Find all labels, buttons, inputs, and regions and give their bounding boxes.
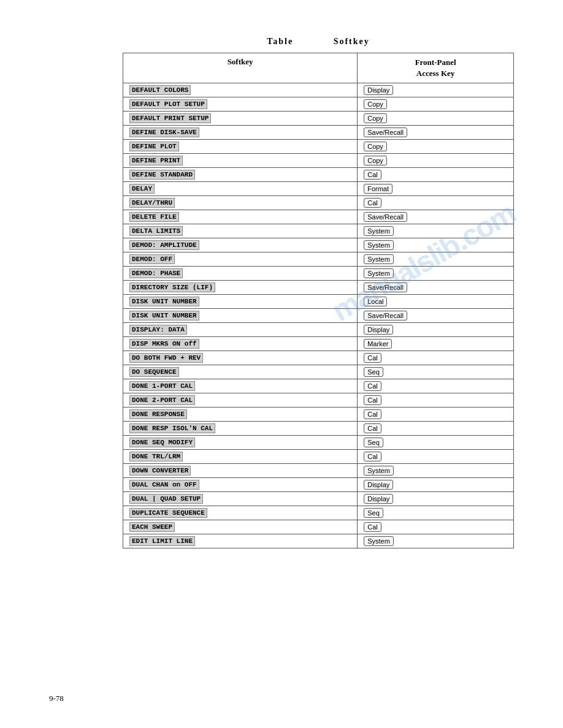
access-key-cell: Copy [358,112,514,126]
softkey-label: DONE TRL/LRM [129,452,183,461]
access-key-cell: Display [358,492,514,506]
table-row: DISP MKRS ON offMarker [123,337,514,351]
softkey-cell: DONE RESPONSE [123,408,358,422]
softkey-label: DONE RESPONSE [129,409,187,419]
softkey-cell: DUAL | QUAD SETUP [123,492,358,506]
softkey-cell: DISK UNIT NUMBER [123,295,358,309]
key-button: Save/Recall [364,127,407,137]
access-key-cell: System [358,238,514,252]
softkey-label: DELTA LIMITS [129,226,183,236]
softkey-cell: DEFINE DISK-SAVE [123,126,358,140]
access-key-cell: Cal [358,422,514,436]
softkey-cell: DEFINE STANDARD [123,168,358,182]
softkey-label: DEFAULT COLORS [129,85,191,95]
key-button: Seq [364,508,383,518]
table-row: DEFINE PRINTCopy [123,154,514,168]
key-button: Cal [364,170,381,180]
softkey-cell: DEFAULT PLOT SETUP [123,97,358,112]
softkey-label: DONE 1-PORT CAL [129,381,195,391]
key-button: Copy [364,142,387,151]
access-key-cell: Cal [358,196,514,210]
softkey-label: DEFAULT PRINT SETUP [129,113,211,123]
table-row: DONE TRL/LRMCal [123,450,514,464]
title-table-label: Table [267,37,293,46]
access-key-cell: System [358,464,514,478]
table-row: DONE SEQ MODIFYSeq [123,436,514,450]
table-row: DELTA LIMITSSystem [123,224,514,238]
softkey-label: DO SEQUENCE [129,367,179,377]
table-row: DONE RESP ISOL'N CALCal [123,422,514,436]
table-row: DUAL CHAN on OFFDisplay [123,478,514,492]
access-key-cell: Copy [358,154,514,168]
softkey-label: EDIT LIMIT LINE [129,536,195,546]
key-button: System [364,254,394,264]
softkey-label: DEMOD: PHASE [129,268,183,278]
access-key-cell: Seq [358,506,514,520]
softkey-cell: DONE 1-PORT CAL [123,379,358,393]
softkey-cell: DIRECTORY SIZE (LIF) [123,281,358,295]
softkey-cell: DUAL CHAN on OFF [123,478,358,492]
table-row: DISK UNIT NUMBERSave/Recall [123,309,514,323]
table-title: Table Softkey [123,37,514,47]
title-softkey-label: Softkey [334,37,370,46]
table-row: DUPLICATE SEQUENCESeq [123,506,514,520]
key-button: Save/Recall [364,282,407,292]
softkey-cell: DELTA LIMITS [123,224,358,238]
table-row: EDIT LIMIT LINESystem [123,534,514,548]
table-row: DISK UNIT NUMBERLocal [123,295,514,309]
softkey-cell: DO BOTH FWD + REV [123,351,358,365]
softkey-cell: DISK UNIT NUMBER [123,309,358,323]
key-button: Display [364,85,393,95]
softkey-label: DISK UNIT NUMBER [129,297,199,306]
access-key-cell: Format [358,182,514,196]
softkey-label: DIRECTORY SIZE (LIF) [129,282,215,292]
softkey-label: DUAL CHAN on OFF [129,480,199,490]
softkey-cell: DONE RESP ISOL'N CAL [123,422,358,436]
table-row: DISPLAY: DATADisplay [123,323,514,337]
table-row: DEFINE DISK-SAVESave/Recall [123,126,514,140]
col-header-access: Front-PanelAccess Key [358,53,514,83]
key-button: Display [364,494,393,504]
access-key-cell: Copy [358,140,514,154]
access-key-cell: Cal [358,379,514,393]
key-button: Cal [364,381,381,391]
table-row: DEFAULT PRINT SETUPCopy [123,112,514,126]
softkey-label: DISPLAY: DATA [129,325,187,335]
access-key-cell: System [358,534,514,548]
softkey-cell: DISP MKRS ON off [123,337,358,351]
access-key-cell: Local [358,295,514,309]
table-row: DEFAULT PLOT SETUPCopy [123,97,514,112]
softkey-cell: DOWN CONVERTER [123,464,358,478]
key-button: System [364,226,394,236]
softkey-label: DELETE FILE [129,212,179,222]
softkey-label: DELAY [129,184,155,194]
softkey-label: DONE 2-PORT CAL [129,395,195,405]
table-row: DONE 2-PORT CALCal [123,393,514,408]
access-key-cell: Save/Recall [358,281,514,295]
access-key-cell: Seq [358,436,514,450]
softkey-label: DUAL | QUAD SETUP [129,494,203,504]
key-button: Cal [364,522,381,532]
softkey-label: DEFINE PLOT [129,142,179,151]
softkey-label: DUPLICATE SEQUENCE [129,508,207,518]
softkey-label: EACH SWEEP [129,522,175,532]
softkey-cell: DEMOD: PHASE [123,267,358,281]
softkey-label: DEFAULT PLOT SETUP [129,99,207,109]
table-row: DEMOD: PHASESystem [123,267,514,281]
access-key-cell: Marker [358,337,514,351]
key-button: System [364,240,394,250]
softkey-cell: DO SEQUENCE [123,365,358,379]
softkey-cell: DEMOD: AMPLITUDE [123,238,358,252]
table-row: DELAYFormat [123,182,514,196]
softkey-label: DEFINE DISK-SAVE [129,127,199,137]
table-row: DO BOTH FWD + REVCal [123,351,514,365]
key-button: System [364,466,394,476]
softkey-cell: DONE SEQ MODIFY [123,436,358,450]
softkey-cell: EACH SWEEP [123,520,358,534]
softkey-cell: DUPLICATE SEQUENCE [123,506,358,520]
access-key-cell: Cal [358,168,514,182]
softkey-label: DOWN CONVERTER [129,466,191,476]
key-button: Display [364,480,393,490]
access-key-cell: Save/Recall [358,210,514,224]
softkey-cell: DONE TRL/LRM [123,450,358,464]
